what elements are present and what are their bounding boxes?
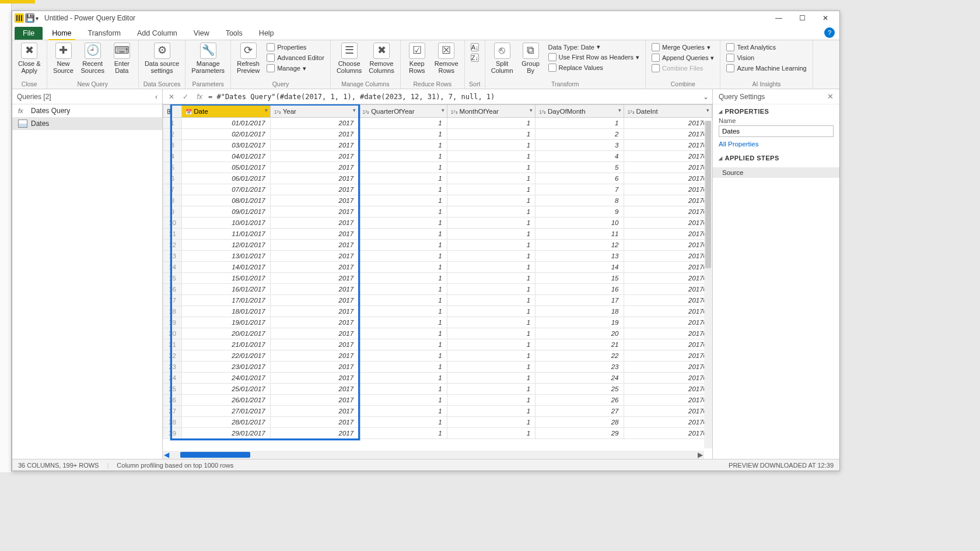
cell-year[interactable]: 2017	[270, 273, 358, 284]
row-number[interactable]: 9	[163, 206, 182, 217]
cell-date[interactable]: 01/01/2017	[182, 118, 270, 129]
table-row[interactable]: 2727/01/20172017112720170	[163, 406, 712, 417]
row-number[interactable]: 28	[163, 417, 182, 428]
close-window-button[interactable]: ✕	[814, 11, 837, 25]
cell-monthofyear[interactable]: 1	[447, 140, 535, 151]
row-number[interactable]: 20	[163, 328, 182, 339]
cell-dayofmonth[interactable]: 12	[536, 240, 624, 251]
table-row[interactable]: 707/01/2017201711720170	[163, 184, 712, 195]
cell-date[interactable]: 11/01/2017	[182, 229, 270, 240]
cell-monthofyear[interactable]: 1	[447, 229, 535, 240]
table-row[interactable]: 1515/01/20172017111520170	[163, 273, 712, 284]
table-row[interactable]: 2626/01/20172017112620170	[163, 395, 712, 406]
cell-dateint[interactable]: 20170	[624, 229, 712, 240]
cell-date[interactable]: 16/01/2017	[182, 284, 270, 295]
tab-file[interactable]: File	[15, 27, 43, 40]
cell-quarterofyear[interactable]: 1	[359, 251, 447, 262]
table-row[interactable]: 303/01/2017201711320170	[163, 140, 712, 151]
cell-year[interactable]: 2017	[270, 262, 358, 273]
cell-year[interactable]: 2017	[270, 217, 358, 229]
cell-dayofmonth[interactable]: 15	[536, 273, 624, 284]
cell-date[interactable]: 04/01/2017	[182, 151, 270, 162]
cell-year[interactable]: 2017	[270, 317, 358, 328]
cell-date[interactable]: 03/01/2017	[182, 140, 270, 151]
formula-accept-icon[interactable]: ✓	[180, 93, 191, 101]
properties-button[interactable]: Properties	[265, 43, 326, 52]
cell-year[interactable]: 2017	[270, 284, 358, 295]
cell-monthofyear[interactable]: 1	[447, 373, 535, 384]
cell-year[interactable]: 2017	[270, 306, 358, 317]
cell-quarterofyear[interactable]: 1	[359, 162, 447, 173]
table-row[interactable]: 606/01/2017201711620170	[163, 173, 712, 184]
table-row[interactable]: 2020/01/20172017112020170	[163, 328, 712, 339]
cell-dayofmonth[interactable]: 25	[536, 384, 624, 395]
cell-monthofyear[interactable]: 1	[447, 162, 535, 173]
cell-dateint[interactable]: 20170	[624, 262, 712, 273]
cell-dateint[interactable]: 20170	[624, 184, 712, 195]
cell-dateint[interactable]: 20170	[624, 240, 712, 251]
cell-date[interactable]: 28/01/2017	[182, 417, 270, 428]
cell-quarterofyear[interactable]: 1	[359, 417, 447, 428]
cell-dateint[interactable]: 20170	[624, 206, 712, 217]
cell-quarterofyear[interactable]: 1	[359, 306, 447, 317]
cell-quarterofyear[interactable]: 1	[359, 350, 447, 362]
cell-dateint[interactable]: 20170	[624, 273, 712, 284]
cell-quarterofyear[interactable]: 1	[359, 206, 447, 217]
query-item-dates-query[interactable]: Dates Query	[12, 104, 162, 117]
cell-date[interactable]: 20/01/2017	[182, 328, 270, 339]
cell-dayofmonth[interactable]: 1	[536, 118, 624, 129]
cell-year[interactable]: 2017	[270, 384, 358, 395]
table-row[interactable]: 1717/01/20172017111720170	[163, 295, 712, 306]
cell-year[interactable]: 2017	[270, 373, 358, 384]
formula-text[interactable]: = #"Dates Query"(#date(2017, 1, 1), #dat…	[208, 93, 699, 101]
cell-year[interactable]: 2017	[270, 406, 358, 417]
cell-dateint[interactable]: 20170	[624, 140, 712, 151]
table-row[interactable]: 1212/01/20172017111220170	[163, 240, 712, 251]
cell-quarterofyear[interactable]: 1	[359, 362, 447, 373]
row-number[interactable]: 5	[163, 162, 182, 173]
table-row[interactable]: 101/01/2017201711120170	[163, 118, 712, 129]
tab-help[interactable]: Help	[251, 27, 282, 40]
cell-dateint[interactable]: 20170	[624, 417, 712, 428]
cell-dateint[interactable]: 20170	[624, 162, 712, 173]
cell-date[interactable]: 29/01/2017	[182, 428, 270, 439]
cell-date[interactable]: 12/01/2017	[182, 240, 270, 251]
cell-dateint[interactable]: 20170	[624, 306, 712, 317]
cell-year[interactable]: 2017	[270, 151, 358, 162]
row-number[interactable]: 22	[163, 350, 182, 362]
close-apply-button[interactable]: ✖Close & Apply	[16, 41, 43, 75]
cell-quarterofyear[interactable]: 1	[359, 384, 447, 395]
cell-quarterofyear[interactable]: 1	[359, 151, 447, 162]
row-number[interactable]: 6	[163, 173, 182, 184]
manage-parameters-button[interactable]: 🔧Manage Parameters	[189, 41, 227, 75]
cell-dateint[interactable]: 20170	[624, 384, 712, 395]
cell-monthofyear[interactable]: 1	[447, 129, 535, 140]
cell-monthofyear[interactable]: 1	[447, 339, 535, 350]
row-number-header[interactable]: ⊞	[163, 105, 182, 118]
cell-date[interactable]: 10/01/2017	[182, 217, 270, 229]
horizontal-scrollbar[interactable]: ◀ ▶	[163, 451, 704, 459]
cell-monthofyear[interactable]: 1	[447, 406, 535, 417]
cell-quarterofyear[interactable]: 1	[359, 262, 447, 273]
cell-dateint[interactable]: 20170	[624, 395, 712, 406]
cell-date[interactable]: 15/01/2017	[182, 273, 270, 284]
cell-dateint[interactable]: 20170	[624, 217, 712, 229]
table-row[interactable]: 808/01/2017201711820170	[163, 195, 712, 206]
cell-quarterofyear[interactable]: 1	[359, 229, 447, 240]
query-name-input[interactable]	[719, 125, 834, 137]
cell-dayofmonth[interactable]: 16	[536, 284, 624, 295]
cell-monthofyear[interactable]: 1	[447, 240, 535, 251]
cell-quarterofyear[interactable]: 1	[359, 118, 447, 129]
remove-rows-button[interactable]: ☒Remove Rows	[432, 41, 461, 75]
recent-sources-button[interactable]: 🕘Recent Sources	[79, 41, 107, 75]
row-number[interactable]: 1	[163, 118, 182, 129]
cell-dayofmonth[interactable]: 18	[536, 306, 624, 317]
collapse-queries-icon[interactable]: ‹	[155, 93, 158, 101]
all-properties-link[interactable]: All Properties	[719, 141, 834, 148]
column-header-dateint[interactable]: 1²₃DateInt▾	[624, 105, 712, 118]
cell-monthofyear[interactable]: 1	[447, 306, 535, 317]
cell-date[interactable]: 17/01/2017	[182, 295, 270, 306]
cell-date[interactable]: 25/01/2017	[182, 384, 270, 395]
cell-monthofyear[interactable]: 1	[447, 362, 535, 373]
cell-dateint[interactable]: 20170	[624, 129, 712, 140]
